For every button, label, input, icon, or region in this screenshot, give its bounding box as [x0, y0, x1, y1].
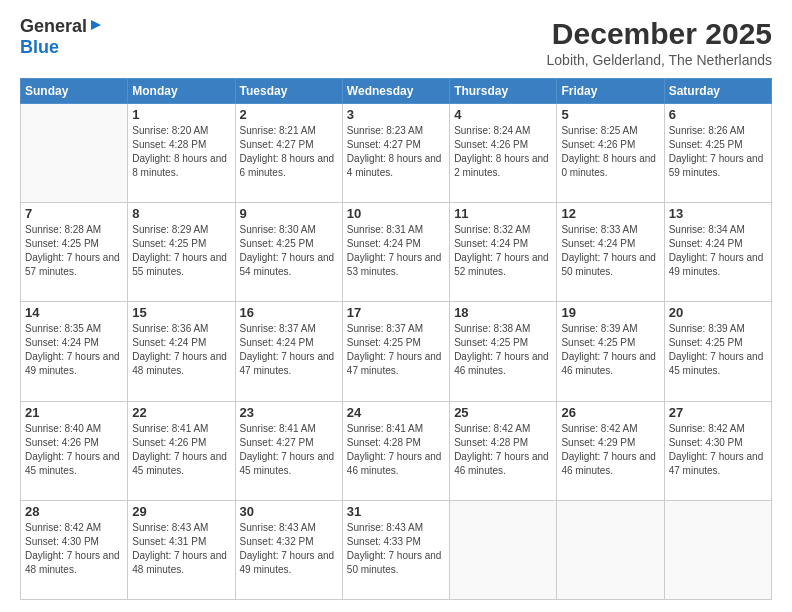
calendar-week-row: 1Sunrise: 8:20 AMSunset: 4:28 PMDaylight… — [21, 104, 772, 203]
day-info: Sunrise: 8:41 AMSunset: 4:26 PMDaylight:… — [132, 422, 230, 478]
table-row: 7Sunrise: 8:28 AMSunset: 4:25 PMDaylight… — [21, 203, 128, 302]
col-wednesday: Wednesday — [342, 79, 449, 104]
sunset-text: Sunset: 4:25 PM — [669, 337, 743, 348]
sunrise-text: Sunrise: 8:36 AM — [132, 323, 208, 334]
day-info: Sunrise: 8:32 AMSunset: 4:24 PMDaylight:… — [454, 223, 552, 279]
sunrise-text: Sunrise: 8:42 AM — [25, 522, 101, 533]
sunset-text: Sunset: 4:24 PM — [347, 238, 421, 249]
day-number: 9 — [240, 206, 338, 221]
sunrise-text: Sunrise: 8:43 AM — [132, 522, 208, 533]
daylight-text: Daylight: 7 hours and 59 minutes. — [669, 153, 764, 178]
table-row: 23Sunrise: 8:41 AMSunset: 4:27 PMDayligh… — [235, 401, 342, 500]
sunset-text: Sunset: 4:26 PM — [132, 437, 206, 448]
sunset-text: Sunset: 4:26 PM — [454, 139, 528, 150]
sunrise-text: Sunrise: 8:43 AM — [347, 522, 423, 533]
table-row: 25Sunrise: 8:42 AMSunset: 4:28 PMDayligh… — [450, 401, 557, 500]
daylight-text: Daylight: 7 hours and 46 minutes. — [454, 351, 549, 376]
sunset-text: Sunset: 4:24 PM — [669, 238, 743, 249]
sunset-text: Sunset: 4:24 PM — [454, 238, 528, 249]
daylight-text: Daylight: 7 hours and 45 minutes. — [240, 451, 335, 476]
daylight-text: Daylight: 8 hours and 6 minutes. — [240, 153, 335, 178]
calendar-header-row: Sunday Monday Tuesday Wednesday Thursday… — [21, 79, 772, 104]
sunset-text: Sunset: 4:25 PM — [669, 139, 743, 150]
daylight-text: Daylight: 7 hours and 45 minutes. — [25, 451, 120, 476]
calendar-week-row: 28Sunrise: 8:42 AMSunset: 4:30 PMDayligh… — [21, 500, 772, 599]
table-row: 12Sunrise: 8:33 AMSunset: 4:24 PMDayligh… — [557, 203, 664, 302]
day-number: 23 — [240, 405, 338, 420]
daylight-text: Daylight: 7 hours and 48 minutes. — [25, 550, 120, 575]
day-number: 5 — [561, 107, 659, 122]
day-number: 4 — [454, 107, 552, 122]
daylight-text: Daylight: 7 hours and 47 minutes. — [669, 451, 764, 476]
sunset-text: Sunset: 4:24 PM — [132, 337, 206, 348]
daylight-text: Daylight: 7 hours and 48 minutes. — [132, 550, 227, 575]
daylight-text: Daylight: 7 hours and 54 minutes. — [240, 252, 335, 277]
sunset-text: Sunset: 4:25 PM — [454, 337, 528, 348]
sunrise-text: Sunrise: 8:20 AM — [132, 125, 208, 136]
sunrise-text: Sunrise: 8:29 AM — [132, 224, 208, 235]
sunrise-text: Sunrise: 8:23 AM — [347, 125, 423, 136]
table-row: 1Sunrise: 8:20 AMSunset: 4:28 PMDaylight… — [128, 104, 235, 203]
table-row: 31Sunrise: 8:43 AMSunset: 4:33 PMDayligh… — [342, 500, 449, 599]
daylight-text: Daylight: 8 hours and 8 minutes. — [132, 153, 227, 178]
day-number: 2 — [240, 107, 338, 122]
daylight-text: Daylight: 7 hours and 46 minutes. — [347, 451, 442, 476]
daylight-text: Daylight: 7 hours and 49 minutes. — [240, 550, 335, 575]
day-info: Sunrise: 8:29 AMSunset: 4:25 PMDaylight:… — [132, 223, 230, 279]
table-row: 29Sunrise: 8:43 AMSunset: 4:31 PMDayligh… — [128, 500, 235, 599]
logo-blue: Blue — [20, 37, 59, 57]
day-info: Sunrise: 8:33 AMSunset: 4:24 PMDaylight:… — [561, 223, 659, 279]
sunset-text: Sunset: 4:25 PM — [240, 238, 314, 249]
day-info: Sunrise: 8:43 AMSunset: 4:31 PMDaylight:… — [132, 521, 230, 577]
sunset-text: Sunset: 4:32 PM — [240, 536, 314, 547]
sunset-text: Sunset: 4:25 PM — [25, 238, 99, 249]
sunset-text: Sunset: 4:33 PM — [347, 536, 421, 547]
day-number: 24 — [347, 405, 445, 420]
day-info: Sunrise: 8:42 AMSunset: 4:29 PMDaylight:… — [561, 422, 659, 478]
day-number: 28 — [25, 504, 123, 519]
col-tuesday: Tuesday — [235, 79, 342, 104]
col-sunday: Sunday — [21, 79, 128, 104]
daylight-text: Daylight: 7 hours and 46 minutes. — [561, 351, 656, 376]
table-row: 15Sunrise: 8:36 AMSunset: 4:24 PMDayligh… — [128, 302, 235, 401]
day-number: 8 — [132, 206, 230, 221]
table-row: 9Sunrise: 8:30 AMSunset: 4:25 PMDaylight… — [235, 203, 342, 302]
day-info: Sunrise: 8:42 AMSunset: 4:30 PMDaylight:… — [669, 422, 767, 478]
col-monday: Monday — [128, 79, 235, 104]
sunset-text: Sunset: 4:26 PM — [561, 139, 635, 150]
day-info: Sunrise: 8:42 AMSunset: 4:28 PMDaylight:… — [454, 422, 552, 478]
daylight-text: Daylight: 7 hours and 57 minutes. — [25, 252, 120, 277]
day-number: 11 — [454, 206, 552, 221]
sunset-text: Sunset: 4:24 PM — [25, 337, 99, 348]
day-info: Sunrise: 8:42 AMSunset: 4:30 PMDaylight:… — [25, 521, 123, 577]
day-info: Sunrise: 8:37 AMSunset: 4:25 PMDaylight:… — [347, 322, 445, 378]
calendar-subtitle: Lobith, Gelderland, The Netherlands — [547, 52, 772, 68]
day-number: 30 — [240, 504, 338, 519]
day-info: Sunrise: 8:35 AMSunset: 4:24 PMDaylight:… — [25, 322, 123, 378]
table-row — [21, 104, 128, 203]
day-number: 3 — [347, 107, 445, 122]
day-number: 14 — [25, 305, 123, 320]
sunrise-text: Sunrise: 8:41 AM — [347, 423, 423, 434]
day-number: 20 — [669, 305, 767, 320]
sunset-text: Sunset: 4:27 PM — [240, 139, 314, 150]
sunrise-text: Sunrise: 8:39 AM — [561, 323, 637, 334]
day-number: 26 — [561, 405, 659, 420]
sunrise-text: Sunrise: 8:21 AM — [240, 125, 316, 136]
table-row: 3Sunrise: 8:23 AMSunset: 4:27 PMDaylight… — [342, 104, 449, 203]
logo-arrow-icon — [89, 18, 103, 36]
day-number: 19 — [561, 305, 659, 320]
sunrise-text: Sunrise: 8:25 AM — [561, 125, 637, 136]
svg-marker-0 — [91, 20, 101, 30]
sunrise-text: Sunrise: 8:41 AM — [132, 423, 208, 434]
table-row — [664, 500, 771, 599]
daylight-text: Daylight: 7 hours and 48 minutes. — [132, 351, 227, 376]
daylight-text: Daylight: 7 hours and 49 minutes. — [25, 351, 120, 376]
header: General Blue December 2025 Lobith, Gelde… — [20, 16, 772, 68]
table-row: 27Sunrise: 8:42 AMSunset: 4:30 PMDayligh… — [664, 401, 771, 500]
daylight-text: Daylight: 8 hours and 2 minutes. — [454, 153, 549, 178]
day-info: Sunrise: 8:40 AMSunset: 4:26 PMDaylight:… — [25, 422, 123, 478]
table-row: 16Sunrise: 8:37 AMSunset: 4:24 PMDayligh… — [235, 302, 342, 401]
calendar-title: December 2025 — [547, 16, 772, 52]
col-friday: Friday — [557, 79, 664, 104]
